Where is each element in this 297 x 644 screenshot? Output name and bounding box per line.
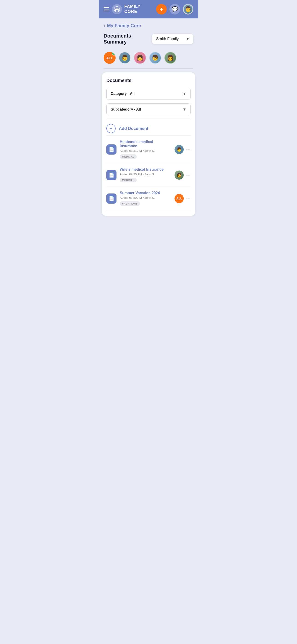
- selected-checkmark: ✓: [112, 52, 116, 56]
- family-selector-chevron: ▼: [186, 37, 189, 41]
- document-info: Wife's medical Insurance Added 09:30 AM …: [120, 168, 171, 182]
- page-header: Documents Summary Smith Family ▼: [99, 31, 198, 50]
- member-avatar-boy[interactable]: 👦: [149, 52, 161, 64]
- page-title: Documents Summary: [104, 33, 152, 45]
- family-selector[interactable]: Smith Family ▼: [152, 34, 194, 44]
- header-left: FAMILY CORE: [104, 4, 140, 14]
- document-right: 👩 ···: [174, 170, 191, 180]
- document-list: 📄 Husband's medical insurance Added 09:3…: [106, 136, 191, 210]
- app-header: FAMILY CORE + 💬 👨: [99, 0, 198, 18]
- documents-card: Documents Category - All ▼ Subcategory -…: [102, 72, 195, 216]
- document-right: ALL ···: [174, 194, 191, 203]
- document-meta: Added 09:30 AM • John S.: [120, 172, 171, 176]
- doc-file-icon: 📄: [109, 172, 114, 178]
- category-dropdown-chevron: ▼: [182, 92, 186, 96]
- all-badge-label: ALL: [176, 197, 182, 200]
- document-avatar-all[interactable]: ALL: [174, 194, 184, 203]
- logo: FAMILY CORE: [112, 4, 140, 14]
- member-avatar-dad[interactable]: 👨: [119, 52, 131, 64]
- document-item: 📄 Summer Vacation 2024 Added 09:30 AM • …: [106, 187, 191, 210]
- document-name[interactable]: Summer Vacation 2024: [120, 191, 171, 195]
- add-icon: +: [110, 126, 112, 132]
- document-tag: MEDICAL: [120, 178, 137, 182]
- logo-text: FAMILY CORE: [124, 4, 140, 14]
- document-more-button[interactable]: ···: [186, 196, 191, 201]
- document-info: Summer Vacation 2024 Added 09:30 AM • Jo…: [120, 191, 171, 206]
- section-divider: [104, 68, 194, 69]
- members-row: ALL ✓ 👨 👧 👦 👩: [99, 50, 198, 68]
- document-item: 📄 Husband's medical insurance Added 09:3…: [106, 136, 191, 163]
- category-dropdown-label: Category - All: [111, 92, 134, 96]
- document-right: 👨 ···: [174, 145, 191, 154]
- back-button[interactable]: ‹: [104, 23, 105, 28]
- document-icon: 📄: [106, 170, 116, 180]
- chat-button[interactable]: 💬: [170, 4, 180, 14]
- subcategory-dropdown-chevron: ▼: [182, 107, 186, 112]
- subcategory-dropdown[interactable]: Subcategory - All ▼: [106, 104, 191, 116]
- member-avatar-all[interactable]: ALL ✓: [104, 52, 116, 64]
- breadcrumb: ‹ My Family Core: [99, 18, 198, 31]
- document-avatar-dad[interactable]: 👨: [174, 145, 184, 154]
- document-item: 📄 Wife's medical Insurance Added 09:30 A…: [106, 163, 191, 187]
- logo-icon: [112, 4, 122, 14]
- user-avatar-header[interactable]: 👨: [183, 4, 194, 14]
- all-label: ALL: [106, 56, 113, 60]
- documents-section-title: Documents: [106, 78, 191, 83]
- breadcrumb-label: My Family Core: [107, 23, 141, 28]
- subcategory-dropdown-label: Subcategory - All: [111, 107, 141, 112]
- category-dropdown[interactable]: Category - All ▼: [106, 88, 191, 100]
- hamburger-menu[interactable]: [104, 7, 109, 11]
- document-more-button[interactable]: ···: [186, 172, 191, 178]
- document-name[interactable]: Husband's medical insurance: [120, 140, 171, 148]
- document-icon: 📄: [106, 144, 116, 154]
- doc-file-icon: 📄: [109, 147, 114, 152]
- family-selector-label: Smith Family: [156, 36, 179, 41]
- global-add-button[interactable]: +: [156, 4, 167, 14]
- document-avatar-woman[interactable]: 👩: [174, 170, 184, 180]
- member-avatar-woman[interactable]: 👩: [164, 52, 176, 64]
- document-name[interactable]: Wife's medical Insurance: [120, 168, 171, 172]
- add-document-section[interactable]: + Add Document: [106, 119, 191, 136]
- chat-icon: 💬: [172, 6, 178, 12]
- member-avatar-girl[interactable]: 👧: [134, 52, 146, 64]
- add-document-circle-icon: +: [106, 124, 116, 133]
- doc-file-icon: 📄: [109, 196, 114, 201]
- document-info: Husband's medical insurance Added 09:31 …: [120, 140, 171, 159]
- document-more-button[interactable]: ···: [186, 147, 191, 152]
- document-icon: 📄: [106, 194, 116, 204]
- document-tag: MEDICAL: [120, 154, 137, 159]
- document-meta: Added 09:30 AM • John S.: [120, 196, 171, 200]
- document-meta: Added 09:31 AM • John S.: [120, 149, 171, 152]
- header-right: + 💬 👨: [156, 4, 194, 14]
- document-tag: VACATIONS: [120, 201, 140, 206]
- add-document-label: Add Document: [119, 126, 148, 131]
